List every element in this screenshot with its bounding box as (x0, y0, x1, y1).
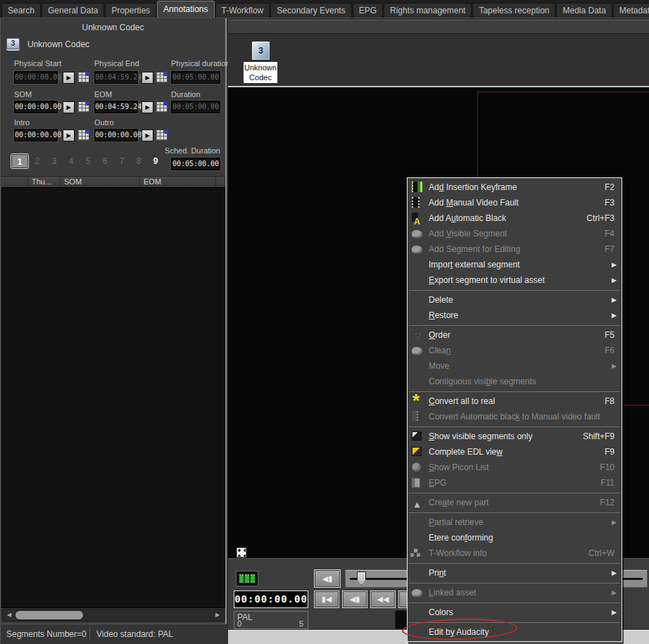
tab-properties[interactable]: Properties (105, 3, 156, 18)
linked-asset-icon (412, 589, 422, 597)
insertion-keyframe-icon (412, 182, 423, 192)
scrollbar-thumb[interactable] (15, 611, 83, 619)
som-marker-icon[interactable] (77, 101, 89, 113)
menu-item-restore[interactable]: Restore▶ (408, 308, 622, 323)
menu-item-add-insertion-keyframe[interactable]: Add Insertion KeyframeF2 (408, 179, 622, 195)
eom-play-button[interactable]: ▶ (141, 101, 153, 113)
clip-thumbnail-icon[interactable]: 3 (251, 41, 270, 61)
application-window: SearchGeneral DataPropertiesAnnotationsT… (0, 0, 649, 644)
frame-step-back-button[interactable]: ◀▮ (314, 569, 341, 588)
menu-item-label: Add Insertion Keyframe (429, 182, 517, 192)
menu-separator (409, 583, 620, 583)
segment-context-menu: Add Insertion KeyframeF2Add Manual Video… (407, 177, 622, 642)
menu-item-label: Show Picon List (429, 462, 489, 472)
menu-shortcut: F5 (605, 327, 615, 343)
menu-item-label: Linked asset (429, 588, 476, 598)
menu-item-epg: EPGF11 (408, 475, 622, 491)
physical-start-play-button[interactable]: ▶ (63, 72, 75, 84)
filmstrip-button[interactable] (236, 571, 258, 586)
tab-media-data[interactable]: Media Data (556, 3, 612, 18)
column-header-som[interactable]: SOM (61, 177, 140, 188)
menu-item-show-visible-segments-only[interactable]: Show visible segments onlyShift+F9 (408, 429, 622, 444)
som-play-button[interactable]: ▶ (63, 101, 75, 113)
physical-end-marker-icon[interactable] (156, 72, 168, 83)
tab-annotations[interactable]: Annotations (157, 1, 214, 18)
segment-number-6[interactable]: 6 (96, 153, 113, 169)
menu-item-label: Add Manual Video Fault (429, 198, 519, 208)
tab-rights-management[interactable]: Rights management (384, 3, 472, 18)
menu-shortcut: Shift+F9 (583, 429, 615, 444)
column-header-eom[interactable]: EOM (140, 177, 216, 188)
menu-item-order[interactable]: OrderF5 (408, 327, 622, 343)
menu-item-import-external-segment[interactable]: Import external segment▶ (408, 257, 622, 272)
seek-slider-thumb[interactable] (357, 572, 366, 585)
menu-item-print[interactable]: Print▶ (408, 565, 622, 581)
menu-shortcut: F10 (600, 460, 615, 475)
column-header-thu[interactable]: Thu... (28, 177, 61, 188)
physical-end-play-button[interactable]: ▶ (141, 72, 153, 84)
intro-marker-icon[interactable] (77, 130, 89, 141)
menu-item-add-automatic-black[interactable]: Add Automatic BlackCtrl+F3 (408, 210, 622, 226)
submenu-arrow-icon: ▶ (612, 308, 617, 323)
segment-number-9[interactable]: 9 (147, 153, 164, 169)
menu-item-etere-conforming[interactable]: Etere conforming (408, 530, 622, 545)
outro-marker-icon[interactable] (156, 130, 168, 141)
menu-item-colors[interactable]: Colors▶ (408, 605, 622, 620)
menu-item-label: Convert all to real (429, 396, 495, 406)
physical-start-marker-icon[interactable] (77, 72, 89, 83)
menu-item-export-segment-to-virtual-asset[interactable]: Export segment to virtual asset▶ (408, 272, 622, 288)
menu-item-show-picon-list: Show Picon ListF10 (408, 460, 622, 475)
horizontal-scrollbar[interactable]: ◀ ▶ (2, 609, 225, 621)
eom-field[interactable]: 00:04:59.24 (94, 101, 138, 113)
tab-metadata[interactable]: Metadata (613, 3, 649, 18)
scroll-right-icon[interactable]: ▶ (213, 610, 222, 620)
menu-item-delete[interactable]: Delete▶ (408, 292, 622, 308)
menu-item-label: Export segment to virtual asset (429, 275, 545, 285)
outro-field[interactable]: 00:00:00.00 (94, 129, 138, 141)
menu-item-label: Colors (429, 607, 453, 617)
sched-duration-field[interactable]: 00:05:00.00 (171, 158, 220, 170)
rewind-button[interactable]: ◀◀ (370, 591, 396, 608)
menu-item-complete-edl-view[interactable]: Complete EDL viewF9 (408, 444, 622, 460)
create-part-icon (412, 497, 423, 508)
previous-frame-button[interactable]: ◀▮ (342, 591, 367, 608)
scroll-left-icon[interactable]: ◀ (4, 610, 14, 620)
tworkflow-icon (414, 549, 417, 553)
menu-item-t-workflow-info: T-Workflow infoCtrl+W (408, 545, 622, 561)
edl-view-icon (412, 447, 422, 456)
counter-right: 5 (299, 619, 303, 628)
eom-marker-icon[interactable] (156, 101, 168, 113)
menu-item-label: Add Automatic Black (429, 213, 506, 223)
menu-item-label: Etere conforming (429, 533, 493, 543)
preview-toolbar (228, 20, 649, 34)
outro-play-button[interactable]: ▶ (141, 130, 153, 141)
tab-t-workflow[interactable]: T-Workflow (215, 3, 270, 18)
video-standard-box: PAL 0 5 (234, 611, 308, 629)
go-to-start-button[interactable]: ▮◀ (314, 591, 339, 608)
segment-number-7[interactable]: 7 (113, 153, 130, 169)
menu-item-edit-by-audacity[interactable]: Edit by Audacity (408, 624, 622, 640)
counter-left: 0 (237, 619, 241, 628)
show-visible-icon (412, 431, 422, 441)
segment-number-4[interactable]: 4 (63, 153, 80, 169)
tab-general-data[interactable]: General Data (42, 3, 104, 18)
segment-number-1[interactable]: 1 (11, 153, 29, 169)
physical-start-label: Physical Start (14, 59, 61, 68)
segment-number-5[interactable]: 5 (80, 153, 96, 169)
som-field[interactable]: 00:00:00.00 (14, 101, 58, 113)
segment-number-3[interactable]: 3 (46, 153, 63, 169)
tab-secondary-events[interactable]: Secondary Events (270, 3, 351, 18)
clean-icon (412, 347, 422, 355)
tab-epg[interactable]: EPG (353, 3, 383, 18)
clip-thumbnail-label[interactable]: Unknown Codec (244, 62, 277, 83)
pan-handle-icon[interactable] (237, 548, 246, 557)
menu-shortcut: F11 (600, 475, 615, 491)
segment-number-2[interactable]: 2 (29, 153, 46, 169)
segment-number-8[interactable]: 8 (130, 153, 147, 169)
intro-field[interactable]: 00:00:00.00 (14, 129, 58, 141)
menu-item-add-manual-video-fault[interactable]: Add Manual Video FaultF3 (408, 195, 622, 210)
tab-search[interactable]: Search (1, 3, 41, 18)
menu-item-convert-all-to-real[interactable]: Convert all to realF8 (408, 393, 622, 409)
tab-tapeless-reception[interactable]: Tapeless reception (472, 3, 555, 18)
intro-play-button[interactable]: ▶ (63, 130, 75, 141)
